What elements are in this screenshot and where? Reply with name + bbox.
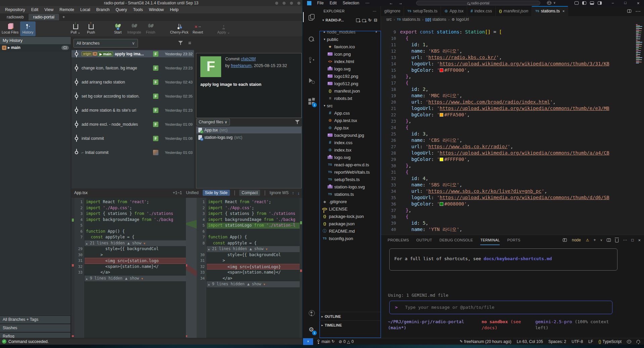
toggle-panel-icon[interactable]: [590, 1, 594, 5]
collapse-all-icon[interactable]: ⊟: [374, 18, 377, 22]
status-branch[interactable]: main↻: [317, 339, 335, 344]
status-blame[interactable]: ✎freeNanum (20 hours ago): [460, 339, 511, 344]
breadcrumb-item-src[interactable]: src: [386, 17, 392, 22]
new-file-icon[interactable]: [356, 18, 360, 22]
tree-item-public[interactable]: ▾public: [319, 36, 381, 43]
tree-item-LICENSE[interactable]: LICENSE: [319, 205, 381, 213]
status-encoding[interactable]: UTF-8: [572, 339, 583, 344]
commit-row[interactable]: inital commitFYesterday 01:08: [71, 135, 194, 142]
status-problems[interactable]: ⊘0 △0: [339, 339, 354, 344]
color-swatch[interactable]: [440, 202, 443, 206]
panel-tab-output[interactable]: OUTPUT: [416, 235, 432, 245]
views-more-icon[interactable]: ⋯: [373, 9, 377, 13]
diff-overview-ruler-left[interactable]: [71, 198, 75, 338]
toolbar-button-history[interactable]: History: [20, 21, 36, 36]
menu-item-window[interactable]: Window: [146, 6, 167, 13]
gemini-input-box[interactable]: > Type your message or @path/to/file: [389, 301, 612, 314]
terminal-shell-name[interactable]: node: [572, 238, 581, 242]
tree-item-station-logo-svg[interactable]: station-logo.svg: [319, 183, 381, 190]
sidebar-item-search[interactable]: [303, 32, 319, 46]
commit-row[interactable]: add arirang radio stationFYesterday 02:4…: [71, 78, 194, 85]
minimap[interactable]: [635, 23, 644, 235]
show-hidden-lines-button[interactable]: ▲ show: [125, 276, 141, 281]
panel-tab-debug-console[interactable]: DEBUG CONSOLE: [440, 235, 473, 245]
tab-manifest-json[interactable]: {}manifest.json: [496, 6, 532, 16]
changed-file-row[interactable]: station-logo.svg(src): [196, 134, 301, 141]
toolbar-button-start[interactable]: Start: [110, 21, 126, 36]
menu-item-file[interactable]: File: [314, 1, 327, 5]
sidebar-item-explorer[interactable]: [303, 10, 319, 24]
commit-row[interactable]: ⌐Initial commitYesterday 01:03: [71, 149, 194, 156]
close-icon[interactable]: ×: [637, 1, 640, 6]
menu-item-edit[interactable]: Edit: [327, 1, 340, 5]
smartgit-window-controls[interactable]: [275, 2, 300, 5]
menu-item-branch[interactable]: Branch: [93, 6, 113, 13]
window-button-icon[interactable]: [283, 2, 286, 5]
toolbar-button-cherry-pick[interactable]: Cherry-Pick: [168, 21, 190, 36]
kill-terminal-icon[interactable]: [615, 239, 618, 242]
tree-item-App-tsx[interactable]: ⊛App.tsx: [319, 124, 381, 131]
chevron-down-icon[interactable]: ∨: [600, 238, 603, 242]
menu-item-view[interactable]: View: [41, 6, 56, 13]
tree-item-node-modules[interactable]: ▸node_modules●: [319, 28, 381, 36]
repo-tab-radioweb[interactable]: radioweb: [2, 14, 29, 20]
tree-item-README-md[interactable]: ⓘREADME.md: [319, 227, 381, 235]
hidden-lines-bar[interactable]: ▲ 9 lines hidden▲ show ▼: [85, 276, 186, 282]
sidebar-section-stashes[interactable]: Stashes: [0, 324, 71, 332]
tree-item-setupTests-ts[interactable]: TSsetupTests.ts: [319, 176, 381, 183]
tab-stations-ts[interactable]: TSstations.ts×: [532, 6, 568, 16]
menu-item-query[interactable]: Query: [112, 6, 130, 13]
tree-item-logo-svg[interactable]: logo.svg: [319, 65, 381, 72]
tree-item-src[interactable]: ▾src: [319, 102, 381, 109]
workspace-section-header[interactable]: ▾ RADIO-P... ↻ ⊟: [319, 16, 381, 24]
menu-item-repository[interactable]: Repository: [2, 6, 28, 13]
panel-tab-ports[interactable]: PORTS: [507, 235, 520, 245]
window-button-icon[interactable]: [297, 2, 300, 5]
new-terminal-icon[interactable]: +: [594, 238, 596, 242]
breadcrumb-item-logoUrl[interactable]: ›⚙logoUrl: [446, 17, 469, 22]
tree-item-index-css[interactable]: #index.css: [319, 139, 381, 146]
commit-row[interactable]: add more excl. - node_modulesFYesterday …: [71, 121, 194, 128]
show-hidden-lines-button[interactable]: ▲ show: [128, 241, 144, 245]
smartgit-titlebar[interactable]: radio-portal - SmartGit 24.1.4 Evaluatio…: [0, 0, 302, 6]
hidden-lines-bar[interactable]: ▲ 21 lines hidden▲ show ▼: [85, 240, 186, 246]
menu-item-local[interactable]: Local: [77, 6, 93, 13]
more-actions-icon[interactable]: ⋯: [623, 238, 627, 242]
tree-item-package-json[interactable]: {}package.json: [319, 220, 381, 227]
split-editor-icon[interactable]: [627, 9, 631, 13]
sidebar-item-extensions[interactable]: 1: [303, 95, 319, 109]
close-tab-icon[interactable]: ×: [562, 9, 564, 13]
color-swatch[interactable]: [440, 68, 443, 72]
status-copilot[interactable]: [627, 340, 631, 343]
tree-item-icon-png[interactable]: icon.png: [319, 50, 381, 58]
hidden-lines-bar[interactable]: ▲ 9 lines hidden▲ show ▼: [207, 281, 300, 287]
tree-item-logo192-png[interactable]: logo192.png: [319, 72, 381, 80]
diff-mode-side-by-side[interactable]: Side by Side: [203, 190, 230, 196]
window-button-icon[interactable]: [275, 2, 278, 5]
nav-forward-icon[interactable]: →: [396, 1, 405, 5]
chevron-down-icon[interactable]: ∨: [553, 1, 556, 4]
repo-tab-radio-portal[interactable]: radio-portal: [29, 14, 59, 20]
tab-setupTests-ts[interactable]: TSsetupTests.ts: [404, 6, 441, 16]
tree-item-logo-svg[interactable]: logo.svg: [319, 154, 381, 161]
filter-icon[interactable]: [295, 120, 300, 124]
diff-overview-ruler-right[interactable]: [300, 198, 302, 338]
filter-icon[interactable]: [178, 41, 183, 45]
tree-item--gitignore[interactable]: ◆.gitignore: [319, 198, 381, 205]
more-actions-icon[interactable]: ⋯: [635, 8, 641, 14]
menu-item--[interactable]: ⋯: [362, 1, 372, 5]
maximize-panel-icon[interactable]: □: [631, 238, 634, 242]
tree-item-App-css[interactable]: #App.css: [319, 109, 381, 117]
status-cursor-position[interactable]: Ln 63, Col 105: [517, 339, 543, 344]
prev-change-icon[interactable]: ↑: [292, 190, 294, 195]
window-button-icon[interactable]: [290, 2, 293, 5]
toggle-secondary-sidebar-icon[interactable]: [598, 1, 602, 5]
hidden-lines-bar[interactable]: ▲ 21 lines hidden▲ show ▼: [207, 246, 300, 252]
sidebar-item-source-control[interactable]: [303, 53, 319, 67]
remote-indicator[interactable]: ×: [303, 338, 313, 345]
add-repo-tab-button[interactable]: +: [59, 13, 68, 20]
toolbar-button-pull[interactable]: ↓Pull ⌄: [68, 21, 83, 36]
status-language[interactable]: {}TypeScript: [598, 339, 622, 344]
diff-right-pane[interactable]: import React from 'react';import './App.…: [207, 198, 300, 338]
timeline-section[interactable]: ▸ TIMELINE: [319, 321, 381, 329]
